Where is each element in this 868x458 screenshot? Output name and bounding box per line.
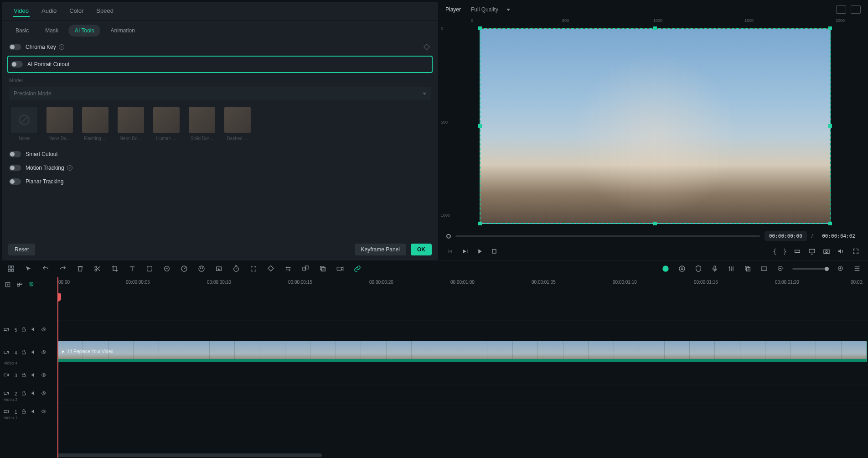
compare-view-icon[interactable] (836, 5, 846, 14)
chain-icon[interactable] (353, 264, 362, 273)
zoom-slider[interactable] (792, 268, 829, 270)
track-lane-1[interactable] (57, 403, 868, 421)
horizontal-scrollbar[interactable] (57, 453, 322, 457)
time-ruler[interactable]: 00:00 00:00:00:05 00:00:00:10 00:00:00:1… (57, 277, 868, 293)
model-select[interactable]: Precision Mode (9, 87, 431, 100)
frame-icon[interactable] (145, 264, 154, 273)
link-icon[interactable] (162, 264, 171, 273)
reset-button[interactable]: Reset (8, 244, 35, 255)
resize-handle[interactable] (478, 124, 482, 128)
timer-icon[interactable] (232, 264, 241, 273)
tab-color[interactable]: Color (68, 5, 84, 17)
quality-select[interactable]: Full Quality (467, 5, 514, 15)
subtab-mask[interactable]: Mask (39, 25, 65, 36)
visibility-icon[interactable] (41, 372, 47, 379)
display-icon[interactable] (808, 247, 816, 255)
copy-icon[interactable] (318, 264, 327, 273)
tab-speed[interactable]: Speed (95, 5, 114, 17)
mic-icon[interactable] (710, 264, 719, 273)
fullscreen-icon[interactable] (852, 247, 860, 255)
track-lane-2[interactable] (57, 385, 868, 403)
mark-in-icon[interactable]: { (773, 248, 776, 255)
resize-handle[interactable] (478, 26, 482, 30)
export-frame-icon[interactable] (214, 264, 223, 273)
preset-flashing[interactable]: Flashing … (80, 107, 110, 141)
preset-solid-border[interactable]: Solid Bor… (187, 107, 217, 141)
tool-smart-cutout[interactable]: Smart Cutout (7, 147, 433, 161)
lock-icon[interactable] (21, 327, 27, 333)
video-track-icon[interactable] (4, 372, 10, 379)
record-icon[interactable] (336, 264, 345, 273)
video-track-icon[interactable] (4, 390, 10, 397)
preview-canvas[interactable] (480, 28, 831, 224)
color-icon[interactable] (197, 264, 206, 273)
visibility-icon[interactable] (41, 390, 47, 397)
track-head-3[interactable]: 3 (0, 366, 57, 385)
keyframe-panel-button[interactable]: Keyframe Panel (355, 244, 406, 255)
tool-motion-tracking[interactable]: Motion Tracking ? (7, 161, 433, 175)
tab-audio[interactable]: Audio (41, 5, 57, 17)
scrub-track[interactable] (455, 235, 760, 237)
speed-icon[interactable] (180, 264, 189, 273)
track-lane-3[interactable] (57, 366, 868, 385)
preset-none[interactable]: None (9, 107, 39, 141)
preset-neon-border[interactable]: Neon Bo… (116, 107, 146, 141)
track-lane-5[interactable] (57, 321, 868, 339)
visibility-icon[interactable] (41, 327, 47, 333)
volume-icon[interactable] (837, 247, 845, 255)
track-head-4[interactable]: 4 Video 4 (0, 339, 57, 366)
segment-icon[interactable] (793, 247, 801, 255)
mixer-icon[interactable] (727, 264, 736, 273)
mute-icon[interactable] (31, 372, 37, 379)
resize-handle[interactable] (653, 222, 657, 225)
video-clip[interactable]: 14 Replace Your Video (57, 341, 867, 362)
info-icon[interactable]: ? (59, 44, 64, 50)
subtab-animation[interactable]: Animation (104, 25, 141, 36)
caption-icon[interactable] (760, 264, 769, 273)
visibility-icon[interactable] (41, 349, 47, 356)
info-icon[interactable]: ? (67, 165, 72, 171)
undo-icon[interactable] (41, 264, 50, 273)
lock-icon[interactable] (21, 390, 27, 397)
toggle-ai-portrait[interactable] (11, 61, 23, 68)
add-track-icon[interactable] (5, 281, 12, 289)
track-options-icon[interactable] (16, 281, 24, 289)
lock-icon[interactable] (21, 372, 27, 379)
tool-planar-tracking[interactable]: Planar Tracking (7, 175, 433, 188)
toggle-chroma-key[interactable] (9, 44, 21, 50)
lock-icon[interactable] (21, 409, 27, 415)
playhead[interactable] (57, 277, 58, 458)
resize-handle[interactable] (828, 222, 832, 225)
magnet-icon[interactable] (28, 281, 36, 289)
visibility-icon[interactable] (41, 409, 47, 415)
stop-icon[interactable] (490, 247, 498, 255)
preset-human[interactable]: Human … (151, 107, 181, 141)
lock-icon[interactable] (21, 349, 27, 356)
prev-frame-icon[interactable] (446, 247, 455, 255)
fit-icon[interactable] (249, 264, 258, 273)
track-head-1[interactable]: 1 Video 1 (0, 403, 57, 421)
delete-icon[interactable] (76, 264, 85, 273)
split-icon[interactable] (93, 264, 102, 273)
tag-icon[interactable] (266, 264, 275, 273)
toggle-smart-cutout[interactable] (9, 151, 21, 157)
group-icon[interactable] (301, 264, 310, 273)
video-track-icon[interactable] (4, 409, 10, 415)
subtab-basic[interactable]: Basic (9, 25, 35, 36)
resize-handle[interactable] (828, 124, 832, 128)
video-track-icon[interactable] (4, 327, 10, 333)
scrub-playhead-icon[interactable] (446, 234, 451, 239)
snapshot-icon[interactable] (822, 247, 831, 255)
layers-icon[interactable] (743, 264, 752, 273)
tool-ai-portrait-cutout[interactable]: AI Portrait Cutout (7, 56, 433, 73)
tab-video[interactable]: Video (13, 5, 30, 17)
crop-icon[interactable] (110, 264, 119, 273)
grid-icon[interactable] (6, 264, 16, 273)
mute-icon[interactable] (31, 409, 37, 415)
target-icon[interactable] (677, 264, 687, 273)
mute-icon[interactable] (31, 390, 37, 397)
picture-view-icon[interactable] (851, 5, 861, 14)
track-head-2[interactable]: 2 Video 2 (0, 385, 57, 403)
mute-icon[interactable] (31, 327, 37, 333)
keyframe-diamond-icon[interactable] (424, 44, 430, 50)
